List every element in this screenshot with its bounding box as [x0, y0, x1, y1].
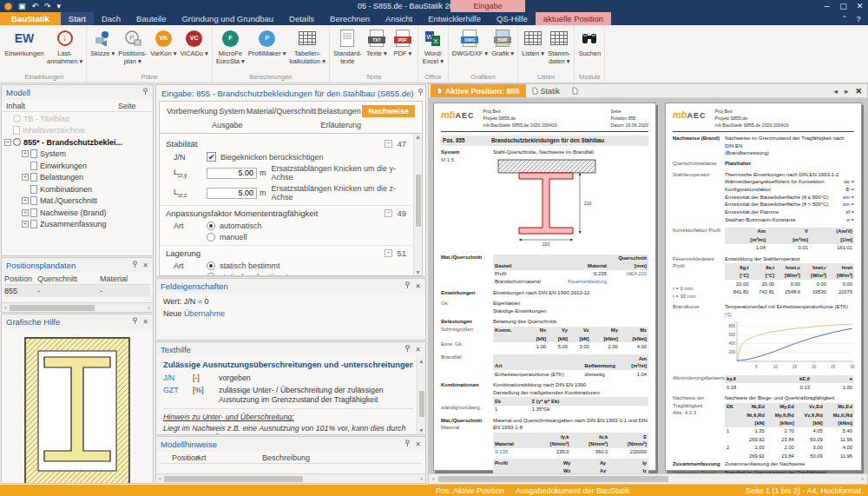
- app-icon[interactable]: [4, 3, 12, 10]
- expand-expander-icon[interactable]: +: [22, 221, 29, 228]
- tabellenkalkulation-button[interactable]: Tabellen-kalkulation ▾: [288, 26, 327, 65]
- microfe-button[interactable]: F MicroFeEuroSta ▾: [214, 26, 247, 65]
- pin-icon[interactable]: [404, 281, 411, 291]
- pin-icon[interactable]: [418, 89, 424, 98]
- tab-ansicht[interactable]: Ansicht: [378, 12, 420, 25]
- section-lagerung[interactable]: Lagerung − 51: [160, 245, 412, 260]
- tree-item-nachweise-brand[interactable]: + Nachweise (Brand): [4, 207, 150, 219]
- lastannahmen-button[interactable]: ↓ Last-annahmen ▾: [45, 26, 84, 65]
- pp-row-855[interactable]: 855 - -: [4, 285, 150, 297]
- close-icon[interactable]: ✕: [415, 347, 421, 354]
- prev-page-icon[interactable]: ◂: [833, 87, 838, 96]
- close-icon[interactable]: ✕: [142, 262, 148, 269]
- word-excel-button[interactable]: WX Word/Excel ▾: [420, 26, 446, 65]
- tab-entwicklerhilfe[interactable]: Entwicklerhilfe: [420, 12, 489, 25]
- viewer-horizontal-scrollbar[interactable]: ‹›: [429, 473, 867, 484]
- maximize-button[interactable]: ▢: [835, 0, 852, 12]
- collapse-ribbon-icon[interactable]: ⌃: [841, 15, 847, 23]
- tab-dach[interactable]: Dach: [94, 12, 128, 25]
- eingabe-tab-nachweise[interactable]: Nachweise: [362, 105, 415, 117]
- help-icon[interactable]: ?: [856, 14, 861, 23]
- pin-icon[interactable]: [404, 345, 411, 354]
- tree-item-system[interactable]: + System: [4, 149, 150, 161]
- collapse-section-icon[interactable]: −: [385, 140, 392, 148]
- eingabe-tab-vorbemerkung[interactable]: Vorbemerkung: [167, 107, 218, 116]
- eingabe-tab-material[interactable]: Material/Querschnitt: [247, 107, 317, 116]
- eingabe-vertical-scrollbar[interactable]: ▲▼: [413, 134, 422, 275]
- tree-item-kombinationen[interactable]: Kombinationen: [4, 183, 150, 195]
- biegeknicken-checkbox[interactable]: ✔: [207, 152, 216, 162]
- mh-horizontal-scrollbar[interactable]: ‹›: [156, 473, 425, 483]
- redo-icon[interactable]: ↷: [44, 3, 51, 10]
- close-icon[interactable]: ✕: [415, 283, 421, 290]
- eingabe-tab-ausgabe[interactable]: Ausgabe: [212, 121, 243, 129]
- doc-tab-statik[interactable]: Statik: [526, 84, 567, 97]
- tree-item-855[interactable]: − 855* - Brandschutzbeklei...: [4, 136, 150, 149]
- doc-tab-new[interactable]: [566, 84, 584, 97]
- standardtexte-button[interactable]: Standard-texte: [332, 26, 364, 65]
- close-button[interactable]: ✕: [852, 0, 868, 12]
- tab-berechnen[interactable]: Berechnen: [322, 12, 378, 25]
- expand-expander-icon[interactable]: +: [22, 150, 29, 157]
- lcrz-input[interactable]: [207, 188, 257, 199]
- einwirkungen-button[interactable]: EW Einwirkungen: [3, 26, 45, 57]
- lcry-input[interactable]: [207, 168, 257, 179]
- pin-icon[interactable]: [142, 88, 148, 97]
- texthilfe-vertical-scrollbar[interactable]: ▲▼: [417, 357, 425, 434]
- tab-bauteile[interactable]: Bauteile: [128, 12, 174, 25]
- vicado-button[interactable]: VC ViCADo ▾: [179, 26, 210, 57]
- profilmaker-button[interactable]: P ProfilMaker ▾: [247, 26, 288, 57]
- pp-horizontal-scrollbar[interactable]: ‹›: [2, 302, 153, 312]
- suchen-button[interactable]: Suchen: [576, 26, 602, 57]
- dwg-dxf-button[interactable]: DWG DWG/DXF ▾: [450, 26, 490, 57]
- tab-qs-hilfe[interactable]: QS-Hilfe: [489, 12, 536, 25]
- statisch-bestimmt-radio[interactable]: [207, 261, 215, 270]
- tree-item-zusammenfassung[interactable]: + Zusammenfassung: [4, 219, 150, 231]
- tab-gruendung[interactable]: Gründung und Grundbau: [174, 12, 281, 25]
- pdf-button[interactable]: PDF PDF ▾: [390, 26, 416, 57]
- collapse-section-icon[interactable]: −: [385, 249, 392, 257]
- section-stabilitaet[interactable]: Stabilität − 47: [160, 136, 412, 150]
- tree-item-titelblatt[interactable]: TB - Titelblatt: [4, 113, 150, 125]
- pin-icon[interactable]: [132, 261, 138, 270]
- doc-tab-aktive-position[interactable]: Aktive Position: 855: [431, 84, 526, 97]
- eingabe-tab-system[interactable]: System: [219, 107, 245, 116]
- tab-start[interactable]: Start: [61, 12, 94, 25]
- texte-button[interactable]: TXT Texte ▾: [364, 26, 390, 57]
- collapse-section-icon[interactable]: −: [385, 209, 392, 217]
- close-icon[interactable]: ✕: [415, 441, 421, 448]
- statisch-unbestimmt-radio[interactable]: [207, 273, 215, 276]
- document-page-1[interactable]: mbAEC Proj.Bez. Projekt S855.de mb BauSt…: [433, 103, 656, 471]
- tab-baustatik[interactable]: BauStatik: [0, 12, 61, 25]
- listen-button[interactable]: Listen ▾: [520, 26, 546, 57]
- close-icon[interactable]: ✕: [142, 319, 148, 326]
- varkon-button[interactable]: VK VarKon ▾: [148, 26, 178, 57]
- qat-dropdown-icon[interactable]: ▾: [57, 3, 62, 10]
- expand-expander-icon[interactable]: +: [22, 209, 29, 216]
- section-anpassungsfaktor[interactable]: Anpassungsfaktor Momententragfähigkeit −…: [160, 205, 412, 220]
- stammdaten-button[interactable]: Stamm-daten ▾: [546, 26, 572, 65]
- positionsplan-button[interactable]: P Positions-plan ▾: [116, 26, 148, 65]
- next-page-icon[interactable]: ▸: [845, 87, 849, 96]
- tree-item-inhaltsverzeichnis[interactable]: Inhaltsverzeichnis: [4, 125, 150, 137]
- tab-details[interactable]: Details: [281, 12, 322, 25]
- tree-item-einwirkungen[interactable]: Einwirkungen: [4, 160, 150, 172]
- uebernahme-link[interactable]: Übernahme: [184, 309, 225, 318]
- skizze-button[interactable]: Skizze ▾: [89, 26, 116, 57]
- manuell-radio[interactable]: [207, 233, 215, 241]
- automatisch-radio[interactable]: [207, 222, 215, 230]
- tree-item-belastungen[interactable]: + Belastungen: [4, 172, 150, 184]
- tab-aktuelle-position[interactable]: aktuelle Position: [536, 12, 611, 25]
- save-icon[interactable]: ▣: [18, 3, 26, 10]
- pin-icon[interactable]: [132, 317, 138, 327]
- expand-expander-icon[interactable]: +: [22, 174, 29, 181]
- collapse-expander-icon[interactable]: −: [4, 139, 11, 146]
- grafik-button[interactable]: BMP Grafik ▾: [490, 26, 516, 57]
- undo-icon[interactable]: ↶: [32, 3, 39, 10]
- document-page-2[interactable]: mbAEC Proj.Bez. Projekt S855.de mb BauSt…: [665, 103, 862, 471]
- pin-icon[interactable]: [404, 440, 411, 449]
- eingabe-tab-belastungen[interactable]: Belastungen: [318, 107, 361, 116]
- minimize-button[interactable]: ─: [819, 0, 835, 12]
- close-document-icon[interactable]: ✕: [855, 87, 862, 96]
- tree-item-mat-querschnitt[interactable]: + Mat./Querschnitt: [4, 195, 150, 208]
